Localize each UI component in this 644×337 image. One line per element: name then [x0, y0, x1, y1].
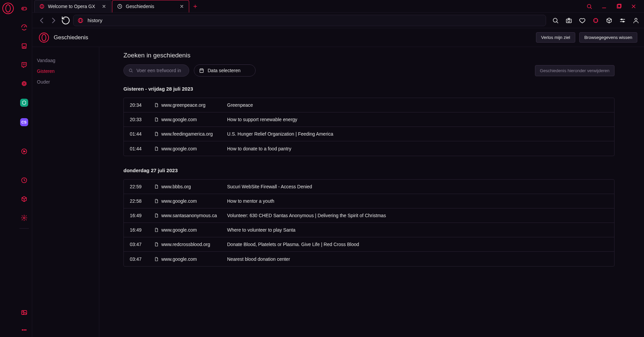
search-box[interactable] [123, 64, 189, 77]
history-title: Nearest blood donation center [227, 256, 608, 262]
forward-button[interactable] [49, 16, 58, 25]
search-icon [128, 68, 133, 73]
clock-icon[interactable] [20, 177, 28, 184]
nav-yesterday[interactable]: Gisteren [37, 66, 99, 77]
profile-icon[interactable] [633, 17, 639, 24]
gear-icon[interactable] [20, 214, 28, 222]
opera-favicon-icon [77, 17, 84, 23]
app-rail [0, 0, 16, 337]
twitch-icon[interactable] [20, 61, 28, 68]
history-date-nav: Vandaag Gisteren Ouder [32, 47, 99, 337]
camera-icon[interactable] [566, 17, 572, 24]
history-domain: www.santasanonymous.ca [161, 213, 227, 218]
history-row[interactable]: 20:34www.greenpeace.orgGreenpeace [124, 98, 614, 112]
history-row[interactable]: 22:59www.bbbs.orgSucuri WebSite Firewall… [124, 180, 614, 194]
file-icon [154, 257, 161, 261]
search-input[interactable] [137, 68, 184, 73]
play-circle-icon[interactable] [20, 148, 28, 155]
sliders-icon[interactable] [619, 17, 626, 24]
history-domain: www.google.com [161, 146, 227, 151]
more-icon[interactable] [20, 326, 28, 334]
tab-history[interactable]: Geschiedenis [112, 0, 189, 12]
speedometer-icon[interactable] [20, 23, 28, 31]
heart-icon[interactable] [579, 17, 586, 24]
cube-small-icon[interactable] [606, 17, 612, 24]
svg-point-12 [41, 5, 43, 8]
file-icon [154, 184, 161, 189]
history-day-table: 20:34www.greenpeace.orgGreenpeace20:33ww… [123, 98, 614, 156]
history-row[interactable]: 20:33www.google.comHow to support renewa… [124, 112, 614, 127]
back-button[interactable] [37, 16, 46, 25]
history-domain: www.google.com [161, 227, 227, 233]
day-label: Gisteren - vrijdag 28 juli 2023 [123, 86, 614, 92]
extension-icon[interactable] [592, 17, 599, 24]
svg-point-23 [621, 19, 622, 20]
reload-button[interactable] [61, 16, 70, 25]
svg-rect-27 [200, 69, 204, 73]
store-icon[interactable] [20, 42, 28, 50]
clear-soul-button[interactable]: Verlos mijn ziel [536, 32, 575, 43]
history-domain: www.google.com [161, 198, 227, 204]
opera-logo-icon[interactable] [2, 3, 14, 14]
history-row[interactable]: 22:58www.google.comHow to mentor a youth [124, 194, 614, 208]
sidebar-divider [19, 228, 29, 229]
find-icon[interactable] [552, 17, 559, 24]
window-controls [586, 0, 644, 12]
history-row[interactable]: 01:44www.feedingamerica.orgU.S. Hunger R… [124, 127, 614, 141]
history-domain: www.bbbs.org [161, 184, 227, 189]
history-title: Where to volunteer to play Santa [227, 227, 608, 233]
date-select[interactable]: Data selecteren [194, 64, 256, 77]
svg-rect-22 [594, 19, 597, 22]
history-row[interactable]: 03:47www.redcrossblood.orgDonate Blood, … [124, 237, 614, 252]
new-tab-button[interactable] [190, 0, 201, 12]
history-domain: www.greenpeace.org [161, 102, 227, 108]
history-time: 03:47 [130, 242, 154, 247]
svg-rect-6 [21, 310, 26, 315]
clear-browsing-data-button[interactable]: Browsegegevens wissen [579, 32, 637, 43]
page: Geschiedenis Verlos mijn ziel Browsegege… [32, 28, 644, 337]
history-row[interactable]: 03:47www.google.comNearest blood donatio… [124, 252, 614, 266]
cube-icon[interactable] [20, 195, 28, 203]
history-domain: www.redcrossblood.org [161, 242, 227, 247]
clock-favicon-icon [117, 4, 122, 9]
history-time: 22:58 [130, 198, 154, 204]
nav-today[interactable]: Vandaag [37, 55, 99, 66]
minimize-icon[interactable] [601, 3, 607, 9]
history-time: 01:44 [130, 131, 154, 137]
tab-welcome[interactable]: Welcome to Opera GX [34, 0, 111, 12]
history-row[interactable]: 16:49www.santasanonymous.caVolunteer: 63… [124, 208, 614, 223]
controller-icon[interactable] [20, 5, 28, 12]
search-row: Data selecteren Geschiedenis hieronder v… [123, 64, 614, 77]
svg-point-18 [79, 18, 82, 22]
file-icon [154, 117, 161, 122]
close-icon[interactable] [179, 4, 184, 9]
calendar-icon [199, 68, 204, 73]
history-row[interactable]: 01:44www.google.comHow to donate to a fo… [124, 141, 614, 156]
chatgpt-icon[interactable] [20, 99, 28, 107]
file-icon [154, 103, 161, 107]
chip-icon[interactable] [20, 80, 28, 87]
history-time: 03:47 [130, 256, 154, 262]
svg-point-11 [40, 4, 44, 8]
address-actions [549, 17, 639, 24]
delete-below-button[interactable]: Geschiedenis hieronder verwijderen [535, 65, 614, 76]
close-icon[interactable] [102, 4, 106, 9]
svg-point-24 [623, 21, 624, 22]
image-icon[interactable] [20, 309, 28, 316]
svg-point-9 [23, 330, 24, 331]
window-close-icon[interactable] [631, 3, 637, 9]
file-icon [154, 213, 161, 218]
history-title: Volunteer: 630 CHED Santas Anonymous | D… [227, 213, 608, 218]
page-title: Geschiedenis [54, 34, 88, 41]
file-icon [154, 199, 161, 203]
svg-point-7 [22, 311, 23, 312]
history-row[interactable]: 16:49www.google.comWhere to volunteer to… [124, 223, 614, 237]
search-icon[interactable] [586, 3, 592, 9]
maximize-icon[interactable] [616, 3, 622, 9]
nav-older[interactable]: Ouder [37, 77, 99, 87]
main-column: Welcome to Opera GX Geschiedenis [32, 0, 644, 337]
date-select-label: Data selecteren [208, 68, 240, 73]
address-field[interactable]: history [73, 15, 546, 26]
cs-badge-icon[interactable]: CS [20, 118, 28, 126]
history-title: How to mentor a youth [227, 198, 608, 204]
